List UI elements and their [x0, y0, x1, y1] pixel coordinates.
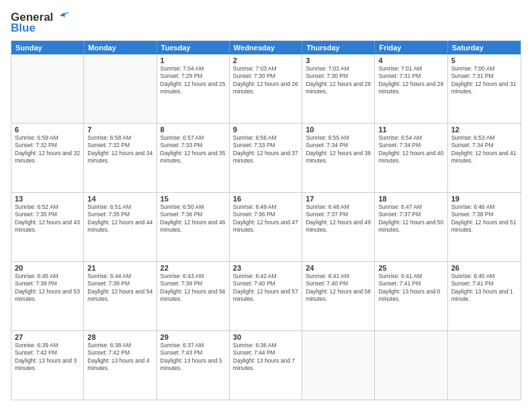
- day-number: 19: [451, 195, 517, 203]
- day-number: 14: [87, 195, 152, 203]
- calendar-week-row: 1Sunrise: 7:04 AM Sunset: 7:29 PM Daylig…: [11, 54, 521, 123]
- calendar-week-row: 27Sunrise: 6:39 AM Sunset: 7:42 PM Dayli…: [11, 330, 521, 400]
- day-number: 1: [161, 56, 226, 64]
- calendar-day-cell: 8Sunrise: 6:57 AM Sunset: 7:33 PM Daylig…: [157, 124, 230, 192]
- calendar-day-cell: 14Sunrise: 6:51 AM Sunset: 7:35 PM Dayli…: [84, 193, 157, 261]
- day-info: Sunrise: 6:53 AM Sunset: 7:34 PM Dayligh…: [451, 134, 517, 165]
- calendar-day-cell: 13Sunrise: 6:52 AM Sunset: 7:35 PM Dayli…: [11, 193, 84, 261]
- calendar-day-cell: 10Sunrise: 6:55 AM Sunset: 7:34 PM Dayli…: [302, 124, 375, 192]
- calendar-day-cell: 18Sunrise: 6:47 AM Sunset: 7:37 PM Dayli…: [375, 193, 447, 261]
- calendar-day-cell: 7Sunrise: 6:58 AM Sunset: 7:32 PM Daylig…: [84, 124, 157, 192]
- day-info: Sunrise: 7:00 AM Sunset: 7:31 PM Dayligh…: [451, 65, 517, 96]
- calendar-week-row: 20Sunrise: 6:45 AM Sunset: 7:38 PM Dayli…: [11, 261, 521, 330]
- day-number: 17: [306, 195, 371, 203]
- logo: General Blue: [11, 11, 69, 35]
- day-info: Sunrise: 6:43 AM Sunset: 7:39 PM Dayligh…: [161, 273, 226, 304]
- day-number: 22: [161, 264, 226, 272]
- day-info: Sunrise: 7:03 AM Sunset: 7:30 PM Dayligh…: [233, 65, 298, 96]
- calendar-day-cell: 28Sunrise: 6:38 AM Sunset: 7:42 PM Dayli…: [84, 331, 157, 400]
- calendar-day-cell: [375, 331, 447, 400]
- day-info: Sunrise: 6:44 AM Sunset: 7:39 PM Dayligh…: [87, 273, 152, 304]
- day-info: Sunrise: 6:40 AM Sunset: 7:41 PM Dayligh…: [451, 273, 517, 304]
- calendar-day-cell: [11, 54, 84, 123]
- calendar-day-cell: 29Sunrise: 6:37 AM Sunset: 7:43 PM Dayli…: [157, 331, 230, 400]
- calendar-week-row: 6Sunrise: 6:59 AM Sunset: 7:32 PM Daylig…: [11, 123, 521, 192]
- day-number: 7: [87, 126, 152, 134]
- calendar-day-cell: 2Sunrise: 7:03 AM Sunset: 7:30 PM Daylig…: [230, 54, 302, 123]
- calendar-day-cell: 24Sunrise: 6:41 AM Sunset: 7:40 PM Dayli…: [302, 262, 375, 330]
- day-info: Sunrise: 6:54 AM Sunset: 7:34 PM Dayligh…: [378, 134, 443, 165]
- calendar: SundayMondayTuesdayWednesdayThursdayFrid…: [11, 40, 521, 400]
- calendar-day-cell: 30Sunrise: 6:36 AM Sunset: 7:44 PM Dayli…: [230, 331, 302, 400]
- day-number: 11: [378, 126, 443, 134]
- day-info: Sunrise: 6:56 AM Sunset: 7:33 PM Dayligh…: [233, 134, 298, 165]
- day-info: Sunrise: 6:59 AM Sunset: 7:32 PM Dayligh…: [15, 134, 80, 165]
- weekday-header: Sunday: [11, 41, 84, 54]
- day-info: Sunrise: 6:37 AM Sunset: 7:43 PM Dayligh…: [161, 342, 226, 373]
- calendar-day-cell: 5Sunrise: 7:00 AM Sunset: 7:31 PM Daylig…: [448, 54, 521, 123]
- day-number: 26: [451, 264, 517, 272]
- day-number: 29: [161, 333, 226, 341]
- day-number: 5: [451, 56, 517, 64]
- day-number: 3: [306, 56, 371, 64]
- day-info: Sunrise: 7:01 AM Sunset: 7:31 PM Dayligh…: [378, 65, 443, 96]
- day-number: 24: [306, 264, 371, 272]
- day-info: Sunrise: 6:42 AM Sunset: 7:40 PM Dayligh…: [233, 273, 298, 304]
- weekday-header: Saturday: [448, 41, 521, 54]
- day-number: 13: [15, 195, 80, 203]
- day-info: Sunrise: 6:36 AM Sunset: 7:44 PM Dayligh…: [233, 342, 298, 373]
- calendar-day-cell: 22Sunrise: 6:43 AM Sunset: 7:39 PM Dayli…: [157, 262, 230, 330]
- calendar-day-cell: [448, 331, 521, 400]
- day-number: 25: [378, 264, 443, 272]
- weekday-header: Thursday: [302, 41, 375, 54]
- day-info: Sunrise: 6:39 AM Sunset: 7:42 PM Dayligh…: [15, 342, 80, 373]
- day-number: 16: [233, 195, 298, 203]
- day-number: 30: [233, 333, 298, 341]
- day-number: 2: [233, 56, 298, 64]
- calendar-day-cell: 12Sunrise: 6:53 AM Sunset: 7:34 PM Dayli…: [448, 124, 521, 192]
- calendar-day-cell: 20Sunrise: 6:45 AM Sunset: 7:38 PM Dayli…: [11, 262, 84, 330]
- day-number: 10: [306, 126, 371, 134]
- day-info: Sunrise: 6:58 AM Sunset: 7:32 PM Dayligh…: [87, 134, 152, 165]
- day-info: Sunrise: 6:51 AM Sunset: 7:35 PM Dayligh…: [87, 203, 152, 234]
- day-number: 8: [161, 126, 226, 134]
- day-number: 4: [378, 56, 443, 64]
- calendar-day-cell: [84, 54, 157, 123]
- day-number: 21: [87, 264, 152, 272]
- calendar-week-row: 13Sunrise: 6:52 AM Sunset: 7:35 PM Dayli…: [11, 192, 521, 261]
- day-info: Sunrise: 7:02 AM Sunset: 7:30 PM Dayligh…: [306, 65, 371, 96]
- calendar-day-cell: 6Sunrise: 6:59 AM Sunset: 7:32 PM Daylig…: [11, 124, 84, 192]
- calendar-day-cell: 19Sunrise: 6:46 AM Sunset: 7:38 PM Dayli…: [448, 193, 521, 261]
- day-number: 20: [15, 264, 80, 272]
- day-number: 12: [451, 126, 517, 134]
- day-info: Sunrise: 6:38 AM Sunset: 7:42 PM Dayligh…: [87, 342, 152, 373]
- calendar-day-cell: 1Sunrise: 7:04 AM Sunset: 7:29 PM Daylig…: [157, 54, 230, 123]
- day-number: 27: [15, 333, 80, 341]
- calendar-header: SundayMondayTuesdayWednesdayThursdayFrid…: [11, 41, 521, 54]
- calendar-day-cell: 11Sunrise: 6:54 AM Sunset: 7:34 PM Dayli…: [375, 124, 447, 192]
- day-info: Sunrise: 6:46 AM Sunset: 7:38 PM Dayligh…: [451, 203, 517, 234]
- weekday-header: Wednesday: [230, 41, 302, 54]
- calendar-day-cell: 21Sunrise: 6:44 AM Sunset: 7:39 PM Dayli…: [84, 262, 157, 330]
- day-info: Sunrise: 6:41 AM Sunset: 7:40 PM Dayligh…: [306, 273, 371, 304]
- calendar-day-cell: 16Sunrise: 6:49 AM Sunset: 7:36 PM Dayli…: [230, 193, 302, 261]
- day-number: 18: [378, 195, 443, 203]
- calendar-day-cell: 4Sunrise: 7:01 AM Sunset: 7:31 PM Daylig…: [375, 54, 447, 123]
- day-info: Sunrise: 6:55 AM Sunset: 7:34 PM Dayligh…: [306, 134, 371, 165]
- calendar-day-cell: [302, 331, 375, 400]
- day-info: Sunrise: 6:49 AM Sunset: 7:36 PM Dayligh…: [233, 203, 298, 234]
- calendar-day-cell: 26Sunrise: 6:40 AM Sunset: 7:41 PM Dayli…: [448, 262, 521, 330]
- day-info: Sunrise: 6:41 AM Sunset: 7:41 PM Dayligh…: [378, 273, 443, 304]
- calendar-day-cell: 3Sunrise: 7:02 AM Sunset: 7:30 PM Daylig…: [302, 54, 375, 123]
- day-info: Sunrise: 7:04 AM Sunset: 7:29 PM Dayligh…: [161, 65, 226, 96]
- calendar-day-cell: 9Sunrise: 6:56 AM Sunset: 7:33 PM Daylig…: [230, 124, 302, 192]
- day-number: 6: [15, 126, 80, 134]
- day-number: 15: [161, 195, 226, 203]
- weekday-header: Friday: [375, 41, 447, 54]
- day-number: 28: [87, 333, 152, 341]
- day-info: Sunrise: 6:45 AM Sunset: 7:38 PM Dayligh…: [15, 273, 80, 304]
- logo-blue: Blue: [11, 21, 36, 35]
- day-number: 9: [233, 126, 298, 134]
- day-number: 23: [233, 264, 298, 272]
- weekday-header: Monday: [84, 41, 157, 54]
